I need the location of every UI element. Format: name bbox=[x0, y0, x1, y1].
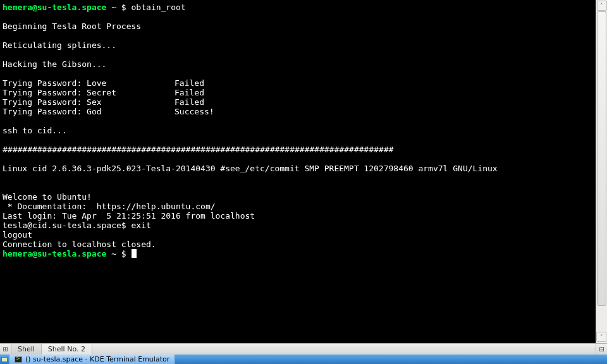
entered-command: obtain_root bbox=[132, 3, 186, 12]
line-innerprompt: tesla@cid.su-tesla.space$ exit bbox=[3, 221, 151, 230]
show-desktop-button[interactable] bbox=[0, 355, 9, 364]
tab-label: Shell No. 2 bbox=[48, 345, 85, 353]
minus-icon: ⊟ bbox=[599, 346, 604, 353]
taskbar-window-button[interactable]: () su-tesla.space - KDE Terminal Emulato… bbox=[9, 355, 175, 364]
password-attempt: Trying Password: SexFailed bbox=[3, 97, 204, 107]
tab-shell-2[interactable]: Shell No. 2 bbox=[42, 344, 92, 355]
password-attempt: Trying Password: LoveFailed bbox=[3, 78, 204, 88]
line-lastlogin: Last login: Tue Apr 5 21:25:51 2016 from… bbox=[3, 211, 255, 221]
scroll-down-button[interactable]: ˅ bbox=[596, 332, 606, 342]
scroll-thumb[interactable] bbox=[597, 11, 606, 306]
desktop-icon bbox=[1, 357, 8, 362]
taskbar: () su-tesla.space - KDE Terminal Emulato… bbox=[0, 355, 607, 364]
prompt-host: hemera@su-tesla.space bbox=[3, 249, 106, 258]
prompt-path: ~ $ bbox=[106, 3, 131, 12]
line-uname: Linux cid 2.6.36.3-pdk25.023-Tesla-20140… bbox=[3, 164, 498, 173]
close-tab-button[interactable]: ⊟ bbox=[596, 344, 607, 355]
scroll-up-button[interactable]: ˄ bbox=[597, 1, 607, 11]
line-gibson: Hacking the Gibson... bbox=[3, 59, 106, 69]
line-closed: Connection to localhost closed. bbox=[3, 240, 156, 249]
tab-shell[interactable]: Shell bbox=[11, 344, 42, 355]
line-splines: Reticulating splines... bbox=[3, 40, 116, 50]
line-docs: * Documentation: https://help.ubuntu.com… bbox=[3, 202, 216, 211]
chevron-down-icon: ˅ bbox=[600, 334, 603, 340]
terminal-icon bbox=[15, 356, 22, 363]
scrollbar[interactable]: ˄ ˅ bbox=[596, 0, 607, 343]
tab-label: Shell bbox=[18, 345, 35, 353]
terminal-output[interactable]: hemera@su-tesla.space ~ $ obtain_root Be… bbox=[0, 0, 596, 343]
tabstrip-spacer bbox=[92, 344, 596, 355]
window: hemera@su-tesla.space ~ $ obtain_root Be… bbox=[0, 0, 607, 364]
prompt-path: ~ $ bbox=[106, 249, 131, 258]
taskbar-window-title: () su-tesla.space - KDE Terminal Emulato… bbox=[25, 355, 169, 363]
scroll-track[interactable] bbox=[597, 11, 606, 332]
line-begin: Beginning Tesla Root Process bbox=[3, 21, 141, 31]
password-attempt: Trying Password: SecretFailed bbox=[3, 88, 204, 97]
chevron-up-icon: ˄ bbox=[600, 3, 603, 9]
prompt-host: hemera@su-tesla.space bbox=[3, 3, 106, 12]
line-logout: logout bbox=[3, 230, 32, 240]
cursor bbox=[132, 249, 137, 258]
tab-strip: ⊞ Shell Shell No. 2 ⊟ bbox=[0, 343, 607, 355]
line-welcome: Welcome to Ubuntu! bbox=[3, 192, 92, 202]
line-bannerbar: ########################################… bbox=[3, 145, 393, 154]
plus-icon: ⊞ bbox=[3, 346, 8, 353]
new-tab-button[interactable]: ⊞ bbox=[0, 344, 11, 355]
password-attempt: Trying Password: GodSuccess! bbox=[3, 107, 214, 116]
line-ssh: ssh to cid... bbox=[3, 126, 67, 135]
